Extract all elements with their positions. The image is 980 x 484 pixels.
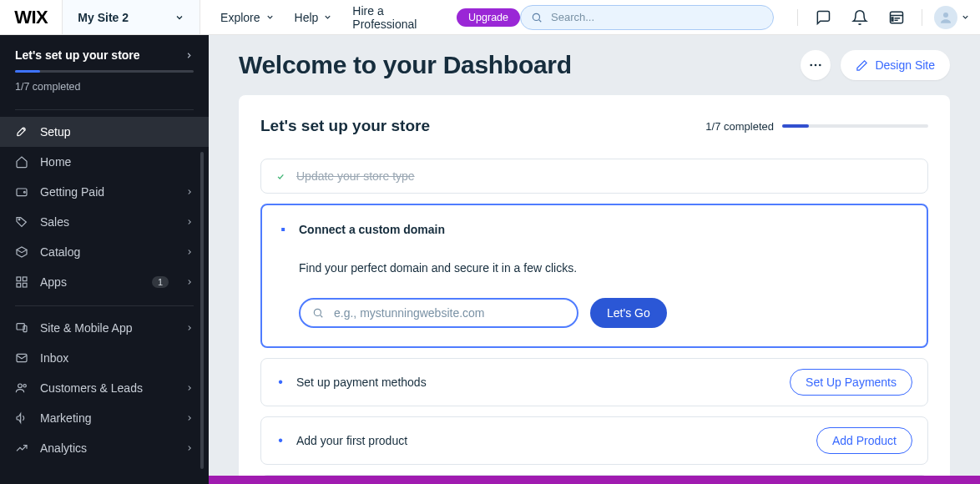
step-update-store-type[interactable]: Update your store type (260, 159, 928, 194)
sidebar-item-inbox[interactable]: Inbox (0, 343, 209, 373)
svg-rect-14 (23, 283, 27, 287)
sidebar-item-apps[interactable]: Apps 1 (0, 267, 209, 297)
avatar[interactable] (934, 6, 957, 29)
sidebar-item-catalog[interactable]: Catalog (0, 237, 209, 267)
chevron-right-icon (185, 324, 194, 332)
pencil-icon (856, 59, 868, 72)
add-product-button[interactable]: Add Product (816, 427, 912, 454)
chevron-down-icon (265, 13, 275, 22)
chevron-right-icon (185, 414, 194, 422)
chart-icon (15, 441, 28, 455)
svg-point-19 (23, 385, 26, 387)
sidebar-item-label: Apps (40, 275, 140, 289)
lets-go-label: Let's Go (607, 306, 650, 320)
wallet-icon (15, 185, 28, 199)
mail-icon (15, 351, 28, 365)
svg-rect-6 (892, 18, 893, 21)
bullet-icon: • (276, 376, 285, 389)
scrollbar[interactable] (200, 152, 204, 469)
card-progress-label: 1/7 completed (705, 120, 774, 133)
step-add-product[interactable]: • Add your first product Add Product (260, 416, 928, 465)
sidebar-item-label: Customers & Leads (40, 381, 174, 395)
nav-help-label: Help (295, 11, 319, 24)
news-icon[interactable] (887, 8, 907, 28)
sidebar-item-getting-paid[interactable]: Getting Paid (0, 177, 209, 207)
bullet-icon: ▪ (279, 223, 287, 236)
card-progress: 1/7 completed (705, 120, 928, 133)
nav-explore-label: Explore (220, 11, 260, 24)
svg-point-20 (811, 64, 813, 67)
sidebar: Let's set up your store 1/7 completed Se… (0, 35, 209, 484)
sidebar-item-label: Sales (40, 215, 174, 229)
chevron-right-icon (185, 188, 194, 196)
box-icon (15, 245, 28, 259)
sidebar-item-analytics[interactable]: Analytics (0, 433, 209, 463)
device-icon (15, 321, 28, 335)
badge: 1 (152, 276, 169, 288)
nav-hire[interactable]: Hire a Professional (352, 4, 437, 31)
svg-point-0 (533, 13, 539, 20)
svg-point-10 (18, 219, 20, 220)
sidebar-item-label: Home (40, 155, 194, 169)
chevron-right-icon (185, 278, 194, 286)
search-icon (312, 307, 324, 319)
top-nav: Explore Help Hire a Professional Upgrade (200, 0, 520, 34)
more-button[interactable] (801, 50, 831, 80)
svg-rect-12 (23, 277, 27, 281)
step-title: Update your store type (296, 169, 415, 183)
step-payment-methods[interactable]: • Set up payment methods Set Up Payments (260, 358, 928, 406)
check-icon (276, 171, 285, 182)
site-switcher[interactable]: My Site 2 (62, 0, 200, 34)
sidebar-setup-panel[interactable]: Let's set up your store (15, 48, 194, 62)
sidebar-item-home[interactable]: Home (0, 147, 209, 177)
sidebar-progress-label: 1/7 completed (15, 81, 194, 93)
upgrade-button[interactable]: Upgrade (457, 8, 520, 27)
sidebar-item-customers[interactable]: Customers & Leads (0, 373, 209, 403)
sidebar-item-label: Marketing (40, 411, 174, 425)
global-search[interactable] (520, 5, 774, 30)
sidebar-item-sales[interactable]: Sales (0, 207, 209, 237)
chat-icon[interactable] (813, 8, 833, 28)
rocket-icon (15, 125, 28, 139)
svg-point-23 (314, 309, 321, 315)
svg-point-22 (819, 64, 821, 67)
set-up-payments-button[interactable]: Set Up Payments (790, 369, 912, 396)
domain-input[interactable] (332, 305, 565, 320)
bottom-banner (0, 476, 980, 484)
page-title: Welcome to your Dashboard (239, 51, 572, 79)
sidebar-setup-title: Let's set up your store (15, 48, 140, 62)
sidebar-item-setup[interactable]: Setup (0, 117, 209, 147)
separator (797, 9, 798, 26)
svg-line-1 (539, 19, 542, 22)
chevron-right-icon (185, 444, 194, 452)
megaphone-icon (15, 411, 28, 425)
chevron-down-icon[interactable] (961, 13, 970, 22)
nav-explore[interactable]: Explore (220, 11, 274, 24)
lets-go-button[interactable]: Let's Go (590, 298, 667, 328)
upgrade-label: Upgrade (468, 12, 508, 23)
logo[interactable]: WIX (0, 0, 62, 34)
search-input[interactable] (549, 10, 763, 24)
tag-icon (15, 215, 28, 229)
chevron-down-icon (174, 13, 184, 23)
site-name: My Site 2 (78, 11, 129, 24)
design-site-button[interactable]: Design Site (841, 50, 950, 80)
sidebar-item-label: Site & Mobile App (40, 321, 174, 335)
chevron-right-icon (184, 51, 194, 60)
chevron-down-icon (323, 13, 332, 22)
svg-rect-13 (17, 283, 21, 287)
nav-hire-label: Hire a Professional (352, 4, 437, 31)
top-bar: WIX My Site 2 Explore Help Hire a Profes… (0, 0, 980, 35)
svg-rect-16 (23, 325, 27, 331)
svg-point-9 (23, 191, 25, 193)
setup-card: Let's set up your store 1/7 completed Up… (239, 95, 950, 484)
sidebar-item-label: Catalog (40, 245, 174, 259)
grid-icon (15, 275, 28, 289)
domain-search[interactable] (299, 298, 578, 328)
nav-help[interactable]: Help (295, 11, 333, 24)
bullet-icon: • (276, 434, 285, 447)
sidebar-item-site-mobile[interactable]: Site & Mobile App (0, 313, 209, 343)
bell-icon[interactable] (850, 8, 870, 28)
sidebar-item-marketing[interactable]: Marketing (0, 403, 209, 433)
step-connect-domain: ▪ Connect a custom domain Find your perf… (260, 204, 928, 348)
